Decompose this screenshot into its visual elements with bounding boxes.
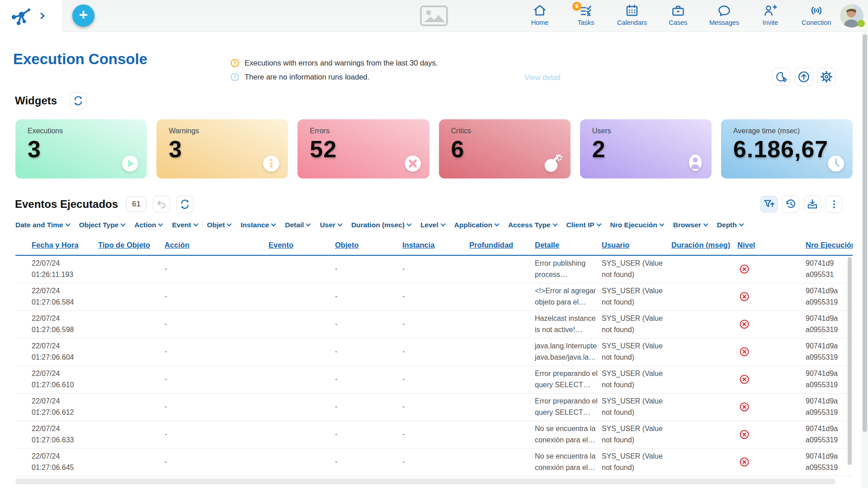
tasks-badge: 9 [572, 2, 581, 11]
nav-item-conection[interactable]: Conection [800, 4, 833, 26]
page-scrollbar-thumb[interactable] [863, 34, 867, 432]
widget-title: Users [592, 127, 712, 135]
nav-item-invite[interactable]: Invite [754, 4, 787, 26]
nav-item-messages[interactable]: Messages [708, 4, 741, 26]
cell-duracion [671, 393, 737, 421]
nav-item-tasks[interactable]: 9 Tasks [570, 4, 602, 26]
widgets-refresh-button[interactable] [70, 92, 87, 109]
cell-objeto: - [335, 448, 402, 476]
cell-evento [269, 448, 335, 476]
add-new-button[interactable]: + [72, 5, 94, 27]
app-logo-icon[interactable] [10, 5, 31, 26]
nav-item-cases[interactable]: Cases [662, 4, 694, 26]
column-header[interactable]: Instancia [402, 236, 469, 255]
table-row[interactable]: 22/07/24 01:27:06.645 - - - No se encuen… [15, 448, 853, 476]
column-filter-dropdown[interactable]: Browser [673, 221, 708, 229]
widget-executions[interactable]: Executions 3 [15, 119, 147, 178]
filter-label: Application [454, 221, 492, 229]
column-header[interactable]: Detalle [535, 236, 602, 255]
nav-item-calendars[interactable]: Calendars [616, 4, 648, 26]
settings-button[interactable] [817, 68, 835, 86]
filter-label: Depth [717, 221, 737, 229]
cell-profundidad [469, 448, 535, 476]
chevron-down-icon [65, 223, 71, 227]
events-refresh-button[interactable] [176, 196, 193, 213]
column-header[interactable]: Objeto [335, 236, 402, 255]
widget-critics[interactable]: Critics 6 [439, 119, 571, 178]
column-header[interactable]: Usuario [602, 236, 671, 255]
column-filter-dropdown[interactable]: Action [134, 221, 163, 229]
page-scrollbar [862, 32, 868, 488]
cell-nivel [737, 366, 806, 393]
widget-warnings[interactable]: Warnings 3 [156, 119, 288, 178]
info-icon [262, 154, 281, 173]
filter-label: Client IP [566, 221, 594, 229]
filter-label: Detail [285, 221, 304, 229]
user-avatar[interactable] [840, 4, 863, 28]
cell-usuario: SYS_USER (Value not found) [602, 283, 671, 310]
column-filter-dropdown[interactable]: Nro Ejecución [610, 221, 665, 229]
column-filter-dropdown[interactable]: Level [420, 221, 446, 229]
column-filter-dropdown[interactable]: Depth [717, 221, 744, 229]
table-row[interactable]: 22/07/24 01:27:06.633 - - - No se encuen… [15, 421, 853, 448]
undo-button[interactable] [153, 196, 170, 213]
cell-duracion [671, 421, 737, 448]
widget-average-time[interactable]: Average time (msec) 6.186,67 [721, 119, 853, 178]
column-filter-dropdown[interactable]: Client IP [566, 221, 602, 229]
column-header[interactable]: Nro Ejecución [806, 236, 853, 255]
horizontal-scrollbar[interactable] [15, 479, 835, 484]
filter-label: Objet [207, 221, 225, 229]
widget-errors[interactable]: Errors 52 [297, 119, 429, 178]
table-vertical-scrollbar[interactable] [848, 257, 852, 465]
expand-sidebar-chevron-icon[interactable] [39, 12, 46, 19]
view-detail-link[interactable]: View detail [524, 73, 561, 82]
upload-button[interactable] [795, 68, 813, 86]
column-header[interactable]: Profundidad [469, 236, 535, 255]
download-button[interactable] [804, 196, 821, 213]
more-options-button[interactable] [826, 196, 843, 213]
widget-users[interactable]: Users 2 [580, 119, 712, 178]
table-row[interactable]: 22/07/24 01:27:06.598 - - - Hazelcast in… [15, 310, 853, 338]
column-filter-dropdown[interactable]: Object Type [79, 221, 126, 229]
table-row[interactable]: 22/07/24 01:27:06.612 - - - Error prepar… [15, 393, 853, 421]
cell-tipo-objeto [98, 448, 165, 476]
column-header[interactable]: Fecha y Hora [15, 236, 98, 255]
column-filter-dropdown[interactable]: Access Type [508, 221, 558, 229]
filter-label: Instance [241, 221, 269, 229]
table-row[interactable]: 22/07/24 01:27:06.584 - - - <!>Error al … [15, 283, 853, 310]
column-filter-dropdown[interactable]: User [320, 221, 342, 229]
column-filter-dropdown[interactable]: Objet [207, 221, 232, 229]
cell-instancia: - [402, 393, 469, 421]
table-row[interactable]: 22/07/24 01:26:11.193 - - - Error publis… [15, 255, 853, 283]
error-level-icon [739, 429, 750, 440]
column-header[interactable]: Acción [165, 236, 269, 255]
history-button[interactable] [782, 196, 799, 213]
column-header[interactable]: Tipo de Objeto [98, 236, 165, 255]
filter-label: Level [420, 221, 439, 229]
widget-title: Critics [451, 127, 571, 135]
column-header[interactable]: Nivel [737, 236, 806, 255]
cell-fecha-hora: 22/07/24 01:26:11.193 [15, 255, 98, 283]
table-row[interactable]: 22/07/24 01:27:06.610 - - - Error prepar… [15, 366, 853, 393]
warning-circle-icon [231, 59, 239, 67]
column-filter-dropdown[interactable]: Date and Time [15, 221, 71, 229]
column-filter-dropdown[interactable]: Application [454, 221, 500, 229]
column-header[interactable]: Duración (mseg) [671, 236, 737, 255]
nav-label: Invite [763, 19, 778, 26]
nav-item-home[interactable]: Home [524, 4, 556, 26]
chart-view-button[interactable] [772, 68, 790, 86]
column-header[interactable]: Evento [269, 236, 335, 255]
broken-image-placeholder-icon [420, 5, 448, 27]
cell-fecha-hora: 22/07/24 01:27:06.633 [15, 421, 98, 448]
table-row[interactable]: 22/07/24 01:27:06.604 - - - java.lang.In… [15, 338, 853, 366]
column-filter-dropdown[interactable]: Event [172, 221, 198, 229]
filter-button[interactable] [760, 196, 778, 213]
cell-detalle: No se encuentra la conexión para el… [535, 448, 602, 476]
cell-usuario: SYS_USER (Value not found) [602, 393, 671, 421]
column-filter-dropdown[interactable]: Instance [241, 221, 276, 229]
column-filter-dropdown[interactable]: Duration (msec) [351, 221, 412, 229]
cell-profundidad [469, 283, 535, 310]
cell-tipo-objeto [98, 366, 165, 393]
nav-label: Cases [669, 19, 687, 26]
column-filter-dropdown[interactable]: Detail [285, 221, 311, 229]
